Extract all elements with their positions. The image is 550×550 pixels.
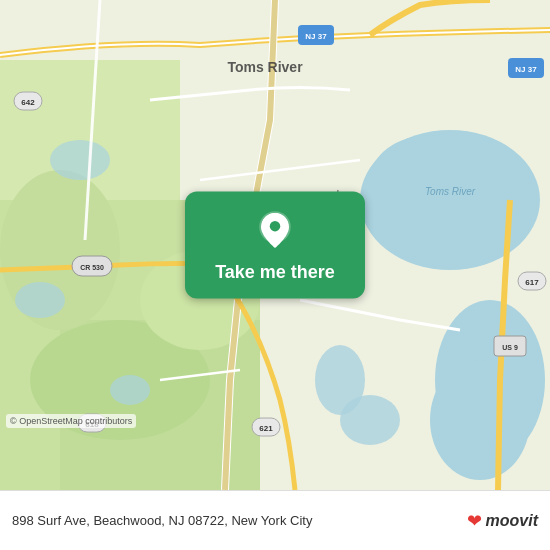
moovit-logo: ❤ moovit [467,510,538,532]
location-pin-icon [254,210,296,252]
road-sign-621: 621 [259,424,273,433]
svg-point-13 [110,375,150,405]
svg-point-8 [370,135,490,225]
road-sign-cr530: CR 530 [80,264,104,271]
osm-attribution: © OpenStreetMap contributors [6,414,136,428]
svg-point-10 [430,360,530,480]
road-sign-nj37-2: NJ 37 [515,65,537,74]
svg-point-15 [340,395,400,445]
bottom-bar: 898 Surf Ave, Beachwood, NJ 08722, New Y… [0,490,550,550]
road-sign-642: 642 [21,98,35,107]
water-label-toms-river: Toms River [425,186,476,197]
map-container: NJ 37 NJ 37 CR 530 US 9 642 617 618 621 … [0,0,550,490]
road-sign-nj37-1: NJ 37 [305,32,327,41]
heart-icon: ❤ [467,510,482,532]
take-me-there-button[interactable]: Take me there [185,192,365,299]
svg-point-11 [50,140,110,180]
road-sign-617: 617 [525,278,539,287]
svg-point-26 [270,221,281,232]
svg-point-12 [15,282,65,318]
take-me-there-label: Take me there [215,262,335,283]
road-sign-us9: US 9 [502,344,518,351]
moovit-brand-name: moovit [486,512,538,530]
address-text: 898 Surf Ave, Beachwood, NJ 08722, New Y… [12,513,467,528]
town-label-toms-river: Toms River [227,59,303,75]
